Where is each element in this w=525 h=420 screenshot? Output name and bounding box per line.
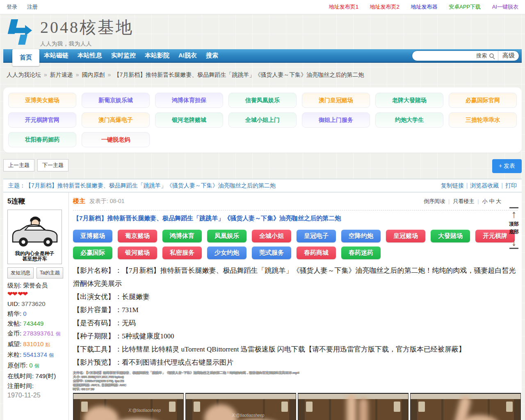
file-name-line: 文件名: 【7月新档】推特新晋长腿嫩妻、极品舞蹈生「跳跳羊」《骚货人妻~下集》油… xyxy=(73,371,518,375)
ai-undress-link[interactable]: AI一键脱衣 xyxy=(492,4,518,10)
search-bar[interactable]: 搜索 高级 xyxy=(412,50,519,61)
scroll-bottom-arrow-icon[interactable]: ↓ xyxy=(507,236,521,248)
post-ad-button[interactable]: 莞式服务 xyxy=(252,247,291,259)
post-title: 【7月新档】推特新晋长腿嫩妻、极品舞蹈生「跳跳羊」《骚货人妻～下集》油亮咖丝之后… xyxy=(73,215,518,222)
ad-link[interactable]: 开元棋牌官网 xyxy=(8,112,76,128)
search-button[interactable]: 搜索 xyxy=(476,52,487,59)
post-ad-button[interactable]: 鸿博体育 xyxy=(162,230,202,242)
address-tool-link[interactable]: 地址发布器 xyxy=(411,4,437,10)
logo-text: 2048核基地 人人为我，我为人人 xyxy=(40,16,134,48)
post-ad-button[interactable]: 全城小姐 xyxy=(252,230,291,242)
file-duration-line: 时长: 00:17:39 xyxy=(73,387,518,391)
file-size-line: 大小: 694.1MB(727,812,703 bytes) xyxy=(73,375,518,379)
breadcrumb-section[interactable]: 新片速递 xyxy=(50,71,73,78)
prev-topic-button[interactable]: 上一主题 xyxy=(3,159,34,171)
user-topics-button[interactable]: Ta的主题 xyxy=(37,267,63,278)
register-link[interactable]: 注册 xyxy=(27,4,38,10)
avatar-caption-line2: 甚至想开车 xyxy=(8,256,62,262)
post-ad-button[interactable]: 少女约炮 xyxy=(207,247,247,259)
scroll-top-label[interactable]: 顶部 xyxy=(507,221,521,228)
post-ad-button[interactable]: 皇冠赌场 xyxy=(386,230,425,242)
scroll-bottom-label[interactable]: 底部 xyxy=(507,228,521,235)
stat-essence: 精华: 0 xyxy=(7,310,68,317)
nav-info[interactable]: 本站性息 xyxy=(73,49,107,62)
copy-link-button[interactable]: 复制链接 xyxy=(441,182,464,189)
info-preview: 【影片预览】：看不到图请挂代理或点右键显示图片 xyxy=(73,356,518,369)
post-header-tools: 倒序阅读|只看楼主|小 中 大 xyxy=(424,198,518,205)
preview-image[interactable]: X:@tiaotiaosheep xyxy=(410,393,521,420)
ad-link[interactable]: 约炮大学生 xyxy=(375,112,443,128)
only-author-link[interactable]: 只看楼主 xyxy=(453,198,474,204)
address-page2-link[interactable]: 地址发布页2 xyxy=(370,4,399,10)
breadcrumb: 人人为我论坛»新片速递»國內原創»【7月新档】推特新晋长腿嫩妻、极品舞蹈生「跳跳… xyxy=(0,63,525,87)
new-post-button[interactable]: + 发表 xyxy=(492,159,522,173)
preview-image[interactable]: X:@tiaotiaosheep xyxy=(73,393,184,420)
bookmark-button[interactable]: 浏览器收藏 xyxy=(470,182,499,189)
ad-link[interactable]: 必赢国际官网 xyxy=(449,93,517,108)
breadcrumb-forum[interactable]: 人人为我论坛 xyxy=(7,71,41,78)
font-small-link[interactable]: 小 xyxy=(482,198,488,204)
login-link[interactable]: 登录 xyxy=(7,4,17,10)
ad-link[interactable]: 全城小姐上门 xyxy=(228,112,297,128)
site-logo-icon xyxy=(4,18,34,46)
info-size: 【影片容量】：731M xyxy=(73,304,518,317)
file-info-block: 文件名: 【7月新档】推特新晋长腿嫩妻、极品舞蹈生「跳跳羊」《骚货人妻~下集》油… xyxy=(73,371,518,391)
ad-link[interactable]: 澳门高爆电子 xyxy=(82,112,150,128)
preview-image[interactable]: X:@tiaotiaosheep xyxy=(185,393,296,420)
avatar-car-image xyxy=(8,210,62,249)
send-message-button[interactable]: 发短消息 xyxy=(7,267,34,278)
stat-original-coin: 原创币: 0 個 xyxy=(7,362,68,370)
post-ad-button[interactable]: 皇冠电子 xyxy=(297,230,336,242)
ad-link[interactable]: 银河老牌赌城 xyxy=(155,112,223,128)
post-ad-button[interactable]: 大發賭场 xyxy=(431,230,470,242)
ads-panel: 亚博美女赌场 新葡京娱乐城 鸿博体育担保 信誉凤凰娱乐 澳门皇冠赌场 老牌大發賭… xyxy=(3,87,522,153)
topic-label: 主题： xyxy=(8,182,25,189)
post-ad-button[interactable]: 亚博赌场 xyxy=(73,230,112,242)
ad-link[interactable]: 老牌大發賭场 xyxy=(375,93,443,108)
breadcrumb-category[interactable]: 國內原創 xyxy=(82,71,105,78)
ad-link[interactable]: 澳门皇冠赌场 xyxy=(302,93,370,108)
font-large-link[interactable]: 大 xyxy=(496,198,501,204)
font-medium-link[interactable]: 中 xyxy=(489,198,494,204)
nav-ai[interactable]: AI脱衣 xyxy=(174,49,201,62)
post-ad-button[interactable]: 银河赌场 xyxy=(118,247,157,259)
android-app-link[interactable]: 安卓APP下载 xyxy=(449,4,481,10)
nav-search[interactable]: 搜索 xyxy=(201,49,223,62)
post-container: 5连鞭 我的内心全是种子 甚至想开车 发短消息 Ta的主题 级别: 荣誉会员 ❤… xyxy=(3,192,522,420)
ad-link[interactable]: 鸿博体育担保 xyxy=(155,93,223,108)
post-ad-button[interactable]: 空降约炮 xyxy=(341,230,381,242)
search-icon[interactable] xyxy=(489,53,494,58)
nav-monitor[interactable]: 实时监控 xyxy=(107,49,140,62)
ad-link[interactable]: 御姐上门服务 xyxy=(302,112,370,128)
post-ad-button[interactable]: 春药商城 xyxy=(297,247,336,259)
ad-link[interactable]: 三措轮乖乖水 xyxy=(449,112,517,128)
ad-link[interactable]: 信誉凤凰娱乐 xyxy=(228,93,297,108)
next-topic-button[interactable]: 下一主题 xyxy=(37,159,68,171)
post-ad-button[interactable]: 春药迷药 xyxy=(341,247,381,259)
post-ad-button[interactable]: 葡京赌场 xyxy=(118,230,157,242)
topic-title[interactable]: 【7月新档】推特新晋长腿嫩妻、极品舞蹈生「跳跳羊」《骚货人妻～下集》油亮咖丝之后… xyxy=(25,182,276,189)
stat-posts: 发帖: 743449 xyxy=(7,320,68,327)
address-page1-link[interactable]: 地址发布页1 xyxy=(329,4,358,10)
nav-magnet[interactable]: 本站磁链 xyxy=(39,49,73,62)
post-ad-button[interactable]: 私密服务 xyxy=(162,247,202,259)
nav-home[interactable]: 首页 xyxy=(12,49,39,66)
ad-link[interactable]: 壮阳春药媚药 xyxy=(8,132,76,147)
ad-link[interactable]: 一键脱老妈 xyxy=(82,132,150,147)
scroll-top-arrow-icon[interactable]: ↑ xyxy=(507,208,521,220)
stat-gold: 金币: 278393761 個 xyxy=(7,330,68,338)
author-level: 级别: 荣誉会员 xyxy=(7,282,68,289)
print-button[interactable]: 打印 xyxy=(505,182,517,189)
advanced-search-link[interactable]: 高级 xyxy=(498,51,519,61)
ad-link[interactable]: 新葡京娱乐城 xyxy=(82,93,150,108)
post-ad-button[interactable]: 必赢国际 xyxy=(73,247,112,259)
reverse-order-link[interactable]: 倒序阅读 xyxy=(424,198,445,204)
post-ad-button[interactable]: 凤凰娱乐 xyxy=(207,230,247,242)
preview-image[interactable]: X:@tiaotiaosheep xyxy=(298,393,409,420)
ad-link[interactable]: 亚博美女赌场 xyxy=(8,93,76,108)
stat-reg-label: 注册时间: xyxy=(7,382,68,389)
nav-cinema[interactable]: 本站影院 xyxy=(140,49,174,62)
floor-label: 楼主 xyxy=(73,197,85,205)
breadcrumb-current: 【7月新档】推特新晋长腿嫩妻、极品舞蹈生「跳跳羊」《骚货人妻～下集》油亮咖丝之后… xyxy=(114,71,364,78)
avatar[interactable]: 我的内心全是种子 甚至想开车 xyxy=(7,210,62,264)
